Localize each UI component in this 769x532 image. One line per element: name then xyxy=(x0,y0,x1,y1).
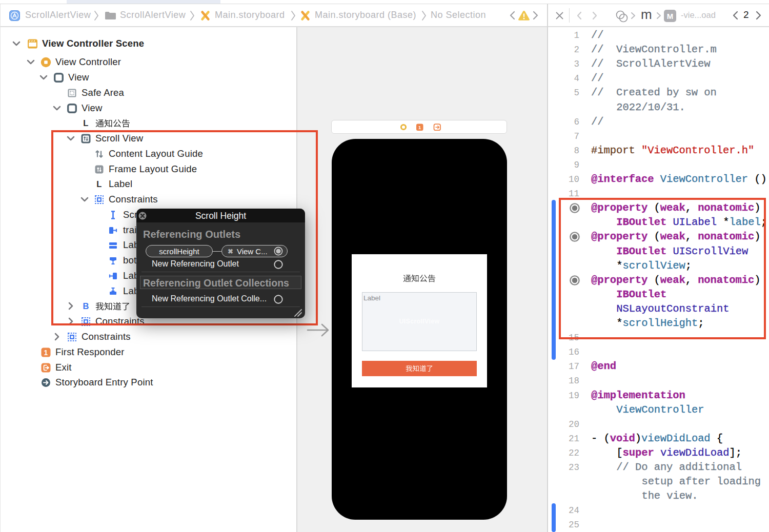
svg-text:M: M xyxy=(667,12,674,21)
svg-text:1: 1 xyxy=(44,349,48,357)
svg-text:L: L xyxy=(83,118,88,128)
svg-text:1: 1 xyxy=(418,125,421,130)
